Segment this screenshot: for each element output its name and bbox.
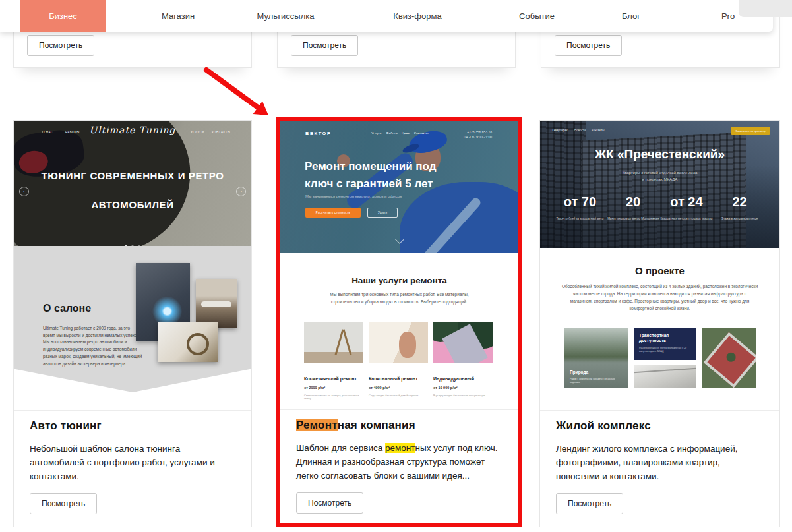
residential-hero-subtitle: Квартиры с готовой отделкой возле леса в… [540, 169, 779, 183]
tuning-hero-title: ТЮНИНГ СОВРЕМЕННЫХ И РЕТРО АВТОМОБИЛЕЙ [34, 162, 231, 219]
card-title: Авто тюнинг [30, 419, 235, 432]
template-preview-auto-tuning[interactable]: О НАС РАБОТЫ УСЛУГИ КОНТАКТЫ Ultimate Tu… [14, 121, 251, 411]
nav-works: Работы [386, 131, 398, 135]
tab-pro[interactable]: Pro [721, 0, 735, 32]
tuning-hero-photo: О НАС РАБОТЫ УСЛУГИ КОНТАКТЫ Ultimate Tu… [14, 121, 251, 246]
service-note: Сметчик выезжает на замеры, рассчитывает… [304, 394, 366, 400]
repair-hero-photo: ВЕКТОР Услуги Работы Цены Контакты +123 … [280, 121, 518, 253]
tab-shop[interactable]: Магазин [162, 0, 195, 32]
card-caption: Авто тюнинг Небольшой шаблон салона тюни… [14, 410, 251, 484]
stat-floors: 22 Этажа в жилом комплексе [713, 194, 766, 222]
service-photo-individual [433, 322, 493, 363]
service-note: Сюда входит бесплатный дизайн-проект. [369, 394, 431, 397]
service-price: от 10 900 р/м² [433, 386, 497, 390]
carousel-dots [14, 239, 251, 246]
tab-quiz-form[interactable]: Квиз-форма [393, 0, 441, 32]
nav-news: Новости [574, 129, 586, 132]
tab-event[interactable]: Событие [519, 0, 555, 32]
parking-photo-tile [634, 365, 696, 388]
repair-phone: +123 356 653 78 Пн.-СБ. 9:00-21:00 [464, 129, 492, 140]
repair-hero-subtitle: Мы занимаемся ремонтом квартир, домов и … [305, 194, 402, 198]
template-card-auto-tuning: О НАС РАБОТЫ УСЛУГИ КОНТАКТЫ Ultimate Tu… [13, 120, 252, 527]
residential-about-title: О проекте [540, 265, 779, 276]
card-description: Лендинг жилого комплекса с информацией, … [556, 442, 764, 484]
card-description: Небольшой шаблон салона тюнинга автомоби… [30, 442, 235, 484]
nav-contacts: Контакты [414, 131, 429, 135]
card-description: Шаблон для сервиса ремонтных услуг под к… [296, 442, 503, 483]
carousel-prev-icon: ‹ [19, 187, 29, 196]
stat-metro: 20 Минут пешком от метро Молодежная [607, 194, 660, 222]
template-card-residential: О квартирах Новости Контакты Записаться … [539, 120, 780, 527]
calculate-cost-button: Рассчитать стоимость [305, 208, 361, 218]
red-highlight-frame: ВЕКТОР Услуги Работы Цены Контакты +123 … [276, 117, 522, 527]
service-name: Капитальный ремонт [369, 376, 432, 381]
nav-services: Услуги [371, 131, 381, 135]
book-viewing-button: Записаться на просмотр [731, 127, 770, 135]
card-caption: Жилой комплекс Лендинг жилого комплекса … [540, 410, 779, 484]
card-title: Жилой комплекс [556, 419, 764, 432]
service-photo-cosmetic [304, 322, 363, 363]
tuning-about-text: Ultimate Tuning работает с 2009 года, за… [43, 325, 143, 367]
courtyard-aerial-photo-tile [702, 328, 756, 388]
page-corner-background [739, 0, 792, 17]
view-template-button[interactable]: Посмотреть [30, 493, 97, 514]
repair-hours: Пн.-СБ. 9:00-21:00 [464, 135, 492, 139]
nav-apartments: О квартирах [551, 129, 568, 132]
card-title: Ремонтная компания [296, 419, 503, 432]
transport-info-tile: Транспортная доступность Рублевское шосс… [634, 328, 696, 360]
nav-prices: Цены [402, 131, 410, 135]
red-arrow-annotation [195, 65, 280, 127]
service-name: Косметический ремонт [304, 376, 367, 381]
template-preview-repair[interactable]: ВЕКТОР Услуги Работы Цены Контакты +123 … [280, 121, 518, 410]
repair-services-intro: Мы выполняем три основных типа ремонтных… [321, 291, 478, 305]
description-highlight: ремонт [385, 443, 415, 453]
view-template-button[interactable]: Посмотреть [555, 35, 622, 56]
repair-services-title: Наши услуги ремонта [280, 276, 518, 285]
tab-business[interactable]: Бизнес [20, 0, 106, 32]
card-caption: Ремонтная компания Шаблон для сервиса ре… [280, 409, 518, 483]
stat-price: от 70 Тысяч рублей за квадратный метр [553, 194, 607, 222]
service-photo-capital [369, 322, 428, 363]
view-template-button[interactable]: Посмотреть [556, 493, 623, 514]
retro-car-photo [196, 279, 237, 328]
residential-stats: от 70 Тысяч рублей за квадратный метр 20… [553, 194, 766, 222]
residential-hero-photo: О квартирах Новости Контакты Записаться … [540, 121, 779, 248]
view-template-button[interactable]: Посмотреть [296, 492, 363, 514]
repair-hero-title: Ремонт помещений под ключ с гарантией 5 … [305, 158, 443, 192]
tuning-about-section: О салоне Ultimate Tuning работает с 2009… [14, 246, 251, 392]
view-template-button[interactable]: Посмотреть [291, 35, 358, 56]
service-price: от 2000 р/м² [304, 386, 367, 390]
carousel-next-icon: › [236, 187, 246, 196]
services-button: Услуги [367, 208, 398, 218]
nav-contacts: Контакты [592, 129, 604, 132]
car-interior-photo [158, 322, 218, 362]
residential-about-text: Обособленный тихий жилой комплекс, состо… [562, 283, 758, 312]
service-price: от 4900 р/м² [369, 386, 432, 390]
category-tabbar: Бизнес Магазин Мультиссылка Квиз-форма С… [0, 0, 773, 32]
tab-multilink[interactable]: Мультиссылка [257, 0, 315, 32]
residential-hero-title: ЖК «Пречестенский» [540, 147, 779, 162]
service-name: Индивидуальный [433, 376, 497, 381]
template-preview-residential[interactable]: О квартирах Новости Контакты Записаться … [540, 121, 779, 411]
repair-logo: ВЕКТОР [305, 131, 331, 136]
tuning-about-title: О салоне [43, 303, 91, 314]
title-highlight: Ремонт [296, 419, 338, 431]
service-note: В услугу входят бесплатные консультации. [433, 394, 495, 397]
nature-photo-tile: Природа Рядом с комплексом находится нес… [564, 328, 628, 388]
stat-area: от 24 Квадратных метров площадь квартир [660, 194, 714, 222]
tab-blog[interactable]: Блог [622, 0, 640, 32]
template-gallery-page: Бизнес Магазин Мультиссылка Квиз-форма С… [0, 0, 792, 532]
view-template-button[interactable]: Посмотреть [27, 35, 94, 56]
